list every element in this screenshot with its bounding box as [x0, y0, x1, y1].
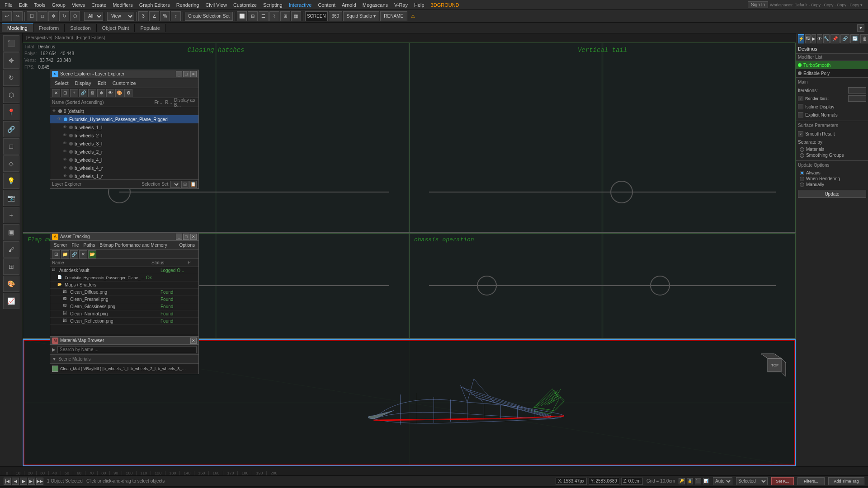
refcoord-dropdown[interactable]: View — [107, 12, 134, 21]
tool-track[interactable]: 📈 — [3, 293, 19, 309]
mat-close-btn[interactable]: ✕ — [190, 338, 197, 344]
scene-footer-btn2[interactable]: 📋 — [189, 181, 197, 188]
asset-icon-1[interactable]: ⊡ — [52, 250, 60, 258]
scene-add-icon[interactable]: + — [70, 89, 78, 97]
playback-mode-btn[interactable]: 🔒 — [687, 478, 693, 484]
smooth-result-checkbox[interactable]: ✓ — [798, 131, 803, 136]
iterations-input[interactable]: 0 — [848, 87, 866, 94]
separate-smoothing-item[interactable]: Smoothing Groups — [800, 153, 864, 158]
timeline-view-btn[interactable]: 📊 — [703, 478, 709, 484]
menu-vray[interactable]: V-Ray — [392, 1, 410, 9]
redo-btn[interactable]: ↪ — [13, 11, 23, 21]
scene-maximize-btn[interactable]: □ — [183, 71, 189, 77]
asset-menu-bitmap[interactable]: Bitmap Performance and Memory — [98, 242, 176, 248]
scene-menu-display[interactable]: Display — [72, 80, 94, 87]
menu-megascans[interactable]: Megascans — [360, 1, 391, 9]
tool-space[interactable]: ▣ — [3, 224, 19, 240]
auto-dropdown[interactable]: Auto — [713, 477, 732, 485]
key-mode-btn[interactable]: 🔑 — [679, 478, 685, 484]
selection-set-dropdown[interactable] — [170, 181, 180, 188]
asset-item-normal[interactable]: 🖼 Clean_Normal.png Found — [50, 310, 198, 318]
align-btn[interactable]: ⊟ — [248, 11, 258, 21]
setk-btn[interactable]: Set K... — [771, 477, 794, 485]
mod-extra-4[interactable]: 🗑 — [860, 34, 868, 43]
asset-icon-5[interactable]: 📂 — [88, 250, 96, 258]
filter-dropdown[interactable]: All — [84, 12, 103, 21]
tool-schematic[interactable]: ⊞ — [3, 258, 19, 275]
asset-menu-server[interactable]: Server — [52, 242, 69, 248]
scene-item-bwheels4l[interactable]: 👁 b_wheels_4_l — [50, 156, 198, 164]
play-back-btn[interactable]: |◀ — [4, 478, 11, 485]
asset-item-reflection[interactable]: 🖼 Clean_Reflection.png Found — [50, 318, 198, 325]
screen-mode-btn[interactable]: SCREEN — [305, 11, 328, 21]
scene-filter-icon[interactable]: ⊡ — [61, 89, 69, 97]
track-btn[interactable]: ▦ — [291, 11, 301, 21]
sign-in-btn[interactable]: Sign In — [748, 1, 768, 8]
menu-graph-editors[interactable]: Graph Editors — [137, 1, 173, 9]
scale-btn[interactable]: ⬡ — [70, 11, 80, 21]
mode-extra-btn[interactable]: ▼ — [857, 24, 864, 32]
mod-icon-utilities[interactable]: 🔧 — [823, 34, 830, 43]
mat-scene-section[interactable]: ▼ Scene Materials — [50, 355, 198, 364]
tool-spacew[interactable]: □ — [3, 138, 19, 155]
scene-item-bwheels4r[interactable]: 👁 b_wheels_4_r — [50, 164, 198, 172]
add-time-tag-btn[interactable]: Add Time Tag — [828, 477, 864, 485]
scene-color-icon[interactable]: 🎨 — [115, 89, 123, 97]
select-region-btn[interactable]: □ — [38, 11, 47, 21]
play-btn[interactable]: ▶ — [20, 478, 27, 485]
menu-help[interactable]: Help — [411, 1, 427, 9]
asset-item-fresnel[interactable]: 🖼 Clean_Fresnel.png Found — [50, 296, 198, 303]
tool-light[interactable]: 💡 — [3, 173, 19, 189]
filters-btn[interactable]: Filters... — [797, 477, 825, 485]
tab-object-paint[interactable]: Object Paint — [97, 24, 135, 32]
explicit-normals-checkbox[interactable] — [798, 112, 803, 117]
scene-item-bwheels1r[interactable]: 👁 b_wheels_1_r — [50, 172, 198, 179]
mat-item-clean[interactable]: Clean_Mat ( VRayMtl ) [b_wheels_1_l, b_w… — [52, 365, 197, 373]
scene-minimize-btn[interactable]: _ — [176, 71, 182, 77]
menu-civil-view[interactable]: Civil View — [203, 1, 229, 9]
scene-link-icon[interactable]: 🔗 — [79, 89, 87, 97]
menu-rendering[interactable]: Rendering — [174, 1, 202, 9]
asset-menu-options[interactable]: Options — [178, 242, 197, 248]
mod-icon-display[interactable]: 👁 — [817, 34, 822, 43]
mirror-btn[interactable]: ⬜ — [237, 11, 247, 21]
tool-link[interactable]: 🔗 — [3, 121, 19, 137]
menu-tools[interactable]: Tools — [31, 1, 48, 9]
tool-camera[interactable]: 📷 — [3, 190, 19, 206]
play-fwd-btn[interactable]: ▶▶ — [36, 478, 43, 485]
layer-btn[interactable]: ☰ — [259, 11, 269, 21]
move-btn[interactable]: ✥ — [48, 11, 58, 21]
ribbon-btn[interactable]: ⊞ — [280, 11, 290, 21]
tab-modeling[interactable]: Modeling — [2, 23, 33, 32]
mod-extra-1[interactable]: 📌 — [830, 34, 840, 43]
menu-group[interactable]: Group — [49, 1, 68, 9]
asset-item-maps-folder[interactable]: 📂 Maps / Shaders — [50, 282, 198, 289]
scene-menu-edit[interactable]: Edit — [95, 80, 109, 87]
update-btn[interactable]: Update — [798, 190, 866, 198]
mod-icon-hierarchy[interactable]: 🏗 — [805, 34, 811, 43]
scene-freeze-icon[interactable]: ❄ — [97, 89, 105, 97]
menu-file[interactable]: File — [2, 1, 15, 9]
tool-scale[interactable]: ⬡ — [3, 87, 19, 103]
menu-3dground[interactable]: 3DGROUND — [428, 1, 462, 9]
viewport-chassis[interactable]: chassis operation — [409, 233, 796, 338]
tool-shape[interactable]: ◇ — [3, 155, 19, 172]
scene-menu-customize[interactable]: Customize — [110, 80, 139, 87]
rename-btn[interactable]: RENAME — [380, 11, 407, 21]
snap-spinner-btn[interactable]: ↕ — [171, 11, 181, 21]
asset-close-btn[interactable]: ✕ — [190, 234, 197, 240]
prev-frame-btn[interactable]: ◀ — [12, 478, 19, 485]
scene-settings-icon[interactable]: ⚙ — [124, 89, 132, 97]
menu-create[interactable]: Create — [89, 1, 109, 9]
mod-extra-3[interactable]: 🔄 — [850, 34, 859, 43]
separate-materials-item[interactable]: Materials — [800, 147, 864, 152]
asset-menu-paths[interactable]: Paths — [82, 242, 97, 248]
deg360-btn[interactable]: 360 — [329, 11, 342, 21]
mat-search-input[interactable] — [57, 346, 197, 353]
tab-freeform[interactable]: Freeform — [33, 24, 65, 32]
asset-icon-2[interactable]: 📁 — [61, 250, 69, 258]
asset-icon-3[interactable]: 🔗 — [70, 250, 78, 258]
menu-modifiers[interactable]: Modifiers — [110, 1, 136, 9]
viewport-vertical-tail[interactable]: Vertical tail — [409, 42, 796, 232]
scene-unlink-icon[interactable]: ⊠ — [88, 89, 96, 97]
